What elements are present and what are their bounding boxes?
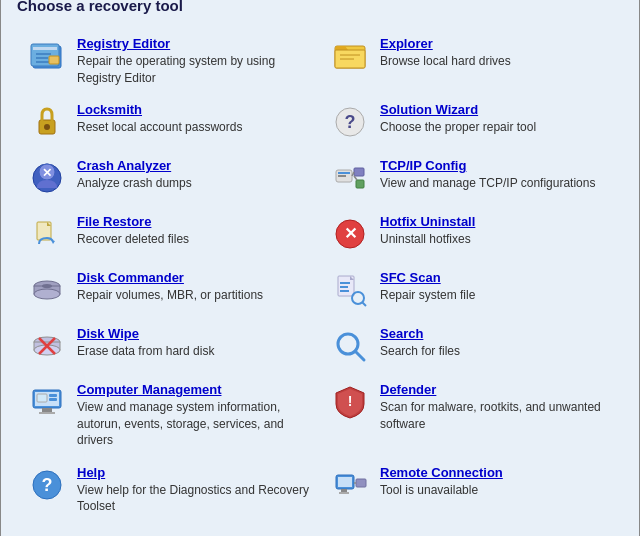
tool-file-restore[interactable]: File Restore Recover deleted files [17,206,320,262]
svg-text:?: ? [345,112,356,132]
tool-tcpip-config[interactable]: TCP/IP Config View and manage TCP/IP con… [320,150,623,206]
defender-text: Defender Scan for malware, rootkits, and… [380,382,613,432]
sfc-scan-icon [330,270,370,310]
svg-rect-6 [49,56,59,64]
explorer-name[interactable]: Explorer [380,36,511,51]
defender-icon: ! [330,382,370,422]
remote-connection-name[interactable]: Remote Connection [380,465,503,480]
explorer-text: Explorer Browse local hard drives [380,36,511,70]
file-restore-icon [27,214,67,254]
registry-editor-desc: Repair the operating system by using Reg… [77,54,275,85]
svg-point-30 [34,289,60,299]
svg-rect-2 [33,47,57,50]
sfc-scan-text: SFC Scan Repair system file [380,270,475,304]
svg-rect-49 [49,394,57,397]
remote-connection-text: Remote Connection Tool is unavailable [380,465,503,499]
tool-crash-analyzer[interactable]: ✕ Crash Analyzer Analyze crash dumps [17,150,320,206]
file-restore-text: File Restore Recover deleted files [77,214,189,248]
defender-name[interactable]: Defender [380,382,613,397]
computer-management-text: Computer Management View and manage syst… [77,382,310,449]
svg-rect-33 [340,282,350,284]
remote-connection-desc: Tool is unavailable [380,483,478,497]
svg-text:?: ? [42,475,53,495]
svg-text:✕: ✕ [42,166,52,180]
defender-desc: Scan for malware, rootkits, and unwanted… [380,400,601,431]
file-restore-desc: Recover deleted files [77,232,189,246]
tool-computer-management[interactable]: Computer Management View and manage syst… [17,374,320,457]
svg-rect-48 [39,412,55,414]
hotfix-uninstall-name[interactable]: Hotfix Uninstall [380,214,475,229]
tool-hotfix-uninstall[interactable]: ✕ Hotfix Uninstall Uninstall hotfixes [320,206,623,262]
svg-rect-58 [339,492,349,494]
solution-wizard-desc: Choose the proper repair tool [380,120,536,134]
computer-management-desc: View and manage system information, auto… [77,400,284,447]
solution-wizard-name[interactable]: Solution Wizard [380,102,536,117]
search-name[interactable]: Search [380,326,460,341]
locksmith-desc: Reset local account passwords [77,120,242,134]
svg-point-31 [42,284,52,288]
crash-analyzer-desc: Analyze crash dumps [77,176,192,190]
solution-wizard-text: Solution Wizard Choose the proper repair… [380,102,536,136]
disk-wipe-icon [27,326,67,366]
disk-commander-desc: Repair volumes, MBR, or partitions [77,288,263,302]
crash-analyzer-name[interactable]: Crash Analyzer [77,158,192,173]
tcpip-config-desc: View and manage TCP/IP configurations [380,176,595,190]
tool-search[interactable]: Search Search for files [320,318,623,374]
computer-management-icon [27,382,67,422]
search-text: Search Search for files [380,326,460,360]
tool-help[interactable]: ? Help View help for the Diagnostics and… [17,457,320,523]
disk-wipe-desc: Erase data from hard disk [77,344,214,358]
tool-disk-commander[interactable]: Disk Commander Repair volumes, MBR, or p… [17,262,320,318]
tool-disk-wipe[interactable]: Disk Wipe Erase data from hard disk [17,318,320,374]
svg-rect-59 [356,479,366,487]
computer-management-name[interactable]: Computer Management [77,382,310,397]
crash-analyzer-text: Crash Analyzer Analyze crash dumps [77,158,192,192]
disk-commander-text: Disk Commander Repair volumes, MBR, or p… [77,270,263,304]
svg-rect-19 [338,172,350,174]
main-window: Diagnostics and Recovery Toolset ─ □ ✕ C… [0,0,640,536]
section-title: Choose a recovery tool [17,0,623,14]
help-text: Help View help for the Diagnostics and R… [77,465,310,515]
tool-solution-wizard[interactable]: ? Solution Wizard Choose the proper repa… [320,94,623,150]
tcpip-config-icon [330,158,370,198]
tool-explorer[interactable]: Explorer Browse local hard drives [320,28,623,94]
svg-rect-21 [354,168,364,176]
svg-text:✕: ✕ [344,225,357,242]
svg-line-44 [355,351,364,360]
content-area: Choose a recovery tool Regist [1,0,639,536]
locksmith-text: Locksmith Reset local account passwords [77,102,242,136]
svg-point-12 [44,124,50,130]
sfc-scan-name[interactable]: SFC Scan [380,270,475,285]
crash-analyzer-icon: ✕ [27,158,67,198]
disk-commander-name[interactable]: Disk Commander [77,270,263,285]
locksmith-name[interactable]: Locksmith [77,102,242,117]
remote-connection-icon [330,465,370,505]
registry-editor-name[interactable]: Registry Editor [77,36,310,51]
tcpip-config-name[interactable]: TCP/IP Config [380,158,595,173]
disk-commander-icon [27,270,67,310]
registry-editor-icon [27,36,67,76]
search-icon [330,326,370,366]
svg-rect-47 [42,408,52,412]
tool-locksmith[interactable]: Locksmith Reset local account passwords [17,94,320,150]
svg-rect-50 [49,398,57,401]
hotfix-uninstall-icon: ✕ [330,214,370,254]
disk-wipe-name[interactable]: Disk Wipe [77,326,214,341]
svg-line-37 [362,302,366,306]
tool-registry-editor[interactable]: Registry Editor Repair the operating sys… [17,28,320,94]
tool-sfc-scan[interactable]: SFC Scan Repair system file [320,262,623,318]
file-restore-name[interactable]: File Restore [77,214,189,229]
tool-remote-connection[interactable]: Remote Connection Tool is unavailable [320,457,623,523]
tcpip-config-text: TCP/IP Config View and manage TCP/IP con… [380,158,595,192]
locksmith-icon [27,102,67,142]
tools-grid: Registry Editor Repair the operating sys… [17,28,623,523]
svg-rect-57 [341,489,347,492]
svg-rect-56 [338,477,352,487]
tool-defender[interactable]: ! Defender Scan for malware, rootkits, a… [320,374,623,457]
help-name[interactable]: Help [77,465,310,480]
svg-rect-23 [356,180,364,188]
registry-editor-text: Registry Editor Repair the operating sys… [77,36,310,86]
explorer-icon [330,36,370,76]
hotfix-uninstall-text: Hotfix Uninstall Uninstall hotfixes [380,214,475,248]
hotfix-uninstall-desc: Uninstall hotfixes [380,232,471,246]
